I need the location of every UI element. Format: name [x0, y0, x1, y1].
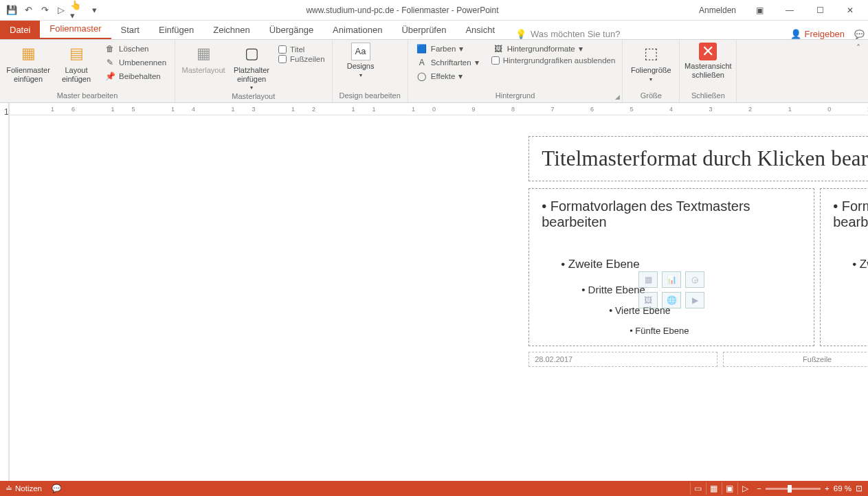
placeholder-icon: ▢ [241, 43, 263, 65]
group-master-edit: ▦ Folienmaster einfügen ▤ Layout einfüge… [0, 40, 175, 102]
lightbulb-icon: 💡 [515, 29, 526, 39]
zoom-level[interactable]: 69 % [834, 484, 852, 493]
share-label: Freigeben [804, 29, 845, 39]
content-placeholder-left[interactable]: Formatvorlagen des Textmasters bearbeite… [528, 188, 814, 346]
insert-slidemaster-button[interactable]: ▦ Folienmaster einfügen [7, 43, 49, 83]
masterlayout-icon: ▦ [192, 43, 214, 65]
fonts-icon: A [416, 57, 427, 68]
fit-to-window-icon[interactable]: ⊡ [856, 484, 863, 493]
normal-view-icon[interactable]: ▭ [690, 482, 705, 495]
tell-me[interactable]: 💡 Was möchten Sie tun? [515, 29, 620, 39]
qat-customize-icon[interactable]: ▾ [87, 3, 102, 18]
picture-icon[interactable]: 🖼 [638, 292, 658, 308]
group-close: ✕ Masteransicht schließen Schließen [680, 40, 737, 102]
redo-icon[interactable]: ↷ [37, 3, 52, 18]
colors-button[interactable]: 🟦Farben ▾ [415, 43, 480, 55]
chevron-down-icon: ▾ [359, 72, 362, 78]
close-icon[interactable]: ✕ [836, 1, 864, 20]
tab-animations[interactable]: Animationen [323, 21, 392, 39]
delete-button[interactable]: 🗑Löschen [103, 43, 168, 55]
zoom-out-icon[interactable]: − [757, 484, 761, 493]
share-icon: 👤 [790, 29, 801, 39]
chevron-down-icon: ▾ [649, 76, 652, 82]
zoom-in-icon[interactable]: + [825, 484, 830, 493]
slideshow-view-icon[interactable]: ▷ [737, 482, 753, 495]
video-icon[interactable]: ▶ [685, 292, 704, 308]
designs-icon: Aa [351, 43, 370, 60]
maximize-icon[interactable]: ☐ [806, 1, 834, 20]
preserve-button[interactable]: 📌Beibehalten [103, 70, 168, 82]
save-icon[interactable]: 💾 [4, 3, 19, 18]
close-master-button[interactable]: ✕ Masteransicht schließen [687, 43, 729, 79]
dialog-launcher-icon[interactable]: ◢ [615, 93, 620, 100]
share-button[interactable]: 👤 Freigeben [790, 29, 850, 39]
sorter-view-icon[interactable]: ▦ [706, 482, 721, 495]
minimize-icon[interactable]: — [776, 1, 803, 20]
preserve-icon: 📌 [104, 71, 115, 82]
start-from-beginning-icon[interactable]: ▷ [54, 3, 69, 18]
signin-link[interactable]: Anmelden [699, 5, 736, 15]
slidemaster-icon: ▦ [17, 43, 39, 65]
undo-icon[interactable]: ↶ [21, 3, 36, 18]
reading-view-icon[interactable]: ▣ [722, 482, 737, 495]
status-bar: ≐ Notizen 💬 ▭ ▦ ▣ ▷ − + 69 % ⊡ [0, 481, 868, 496]
bg-styles-button[interactable]: 🖼Hintergrundformate ▾ [491, 43, 616, 55]
insert-slidemaster-label: Folienmaster einfügen [6, 66, 50, 83]
slide-canvas-area[interactable]: Titelmasterformat durch Klicken bearbeit… [10, 115, 868, 481]
smartart-icon[interactable]: ◶ [685, 271, 704, 288]
online-picture-icon[interactable]: 🌐 [662, 292, 681, 308]
comments-button[interactable]: 💬 [52, 484, 61, 493]
notes-button[interactable]: ≐ Notizen [5, 484, 42, 493]
masterlayout-button[interactable]: ▦ Masterlayout [182, 43, 225, 75]
delete-icon: 🗑 [104, 43, 115, 54]
insert-layout-label: Layout einfügen [62, 66, 91, 83]
zoom-slider[interactable] [766, 488, 821, 490]
date-placeholder[interactable]: 28.02.2017 [528, 352, 717, 367]
collapse-ribbon-icon[interactable]: ˄ [853, 43, 864, 54]
slide-canvas: Titelmasterformat durch Klicken bearbeit… [528, 136, 868, 367]
ribbon: ▦ Folienmaster einfügen ▤ Layout einfüge… [0, 40, 868, 103]
group-label: Master bearbeiten [7, 90, 168, 101]
ruler-vertical [9, 103, 10, 481]
tab-view[interactable]: Ansicht [456, 21, 504, 39]
footers-checkbox[interactable]: Fußzeilen [278, 55, 325, 63]
effects-icon: ◯ [416, 71, 427, 82]
tab-start[interactable]: Start [111, 21, 149, 39]
hide-bg-checkbox[interactable]: Hintergrundgrafiken ausblenden [491, 56, 616, 65]
comments-icon[interactable]: 💬 [850, 30, 868, 39]
table-icon[interactable]: ▦ [638, 271, 658, 288]
tab-slidemaster[interactable]: Folienmaster [40, 19, 111, 39]
title-checkbox[interactable]: Titel [278, 45, 325, 54]
group-label: Hintergrund [415, 90, 615, 101]
tell-me-placeholder: Was möchten Sie tun? [531, 29, 620, 39]
group-label: Größe [630, 90, 672, 101]
title-bar: 💾 ↶ ↷ ▷ 👆▾ ▾ www.studium-und-pc.de - Fol… [0, 0, 868, 21]
effects-button[interactable]: ◯Effekte ▾ [415, 70, 480, 82]
fonts-button[interactable]: ASchriftarten ▾ [415, 56, 480, 69]
tab-transitions[interactable]: Übergänge [260, 21, 323, 39]
chart-icon[interactable]: 📊 [662, 271, 681, 288]
ribbon-display-options-icon[interactable]: ▣ [746, 1, 773, 20]
designs-button[interactable]: Aa Designs ▾ [340, 43, 382, 78]
title-placeholder[interactable]: Titelmasterformat durch Klicken bearbeit… [528, 136, 868, 181]
footer-placeholder[interactable]: Fußzeile [723, 352, 868, 367]
tab-insert[interactable]: Einfügen [149, 21, 203, 39]
slide-size-button[interactable]: ⬚ Foliengröße ▾ [630, 43, 672, 82]
editor-area: 16 15 14 13 12 11 10 9 8 7 6 5 4 3 2 1 0… [10, 103, 868, 481]
group-size: ⬚ Foliengröße ▾ Größe [623, 40, 680, 102]
insert-layout-button[interactable]: ▤ Layout einfügen [55, 43, 98, 83]
content-type-icons[interactable]: ▦📊◶ 🖼🌐▶ [638, 271, 704, 308]
touch-mode-icon[interactable]: 👆▾ [70, 3, 85, 18]
quick-access-toolbar: 💾 ↶ ↷ ▷ 👆▾ ▾ [0, 3, 106, 18]
content-placeholder-right[interactable]: Formatvorlagen des Textmasters bearbeite… [820, 188, 868, 346]
tab-review[interactable]: Überprüfen [392, 21, 456, 39]
document-title: www.studium-und-pc.de - Folienmaster - P… [106, 5, 699, 15]
chevron-down-icon: ▾ [250, 84, 253, 91]
insert-placeholder-button[interactable]: ▢ Platzhalter einfügen ▾ [230, 43, 273, 91]
tab-file[interactable]: Datei [0, 21, 40, 39]
group-label: Schließen [687, 90, 729, 101]
tab-draw[interactable]: Zeichnen [203, 21, 259, 39]
ribbon-tabs: Datei Folienmaster Start Einfügen Zeichn… [0, 21, 868, 40]
colors-icon: 🟦 [416, 43, 427, 54]
rename-button[interactable]: ✎Umbenennen [103, 56, 168, 69]
